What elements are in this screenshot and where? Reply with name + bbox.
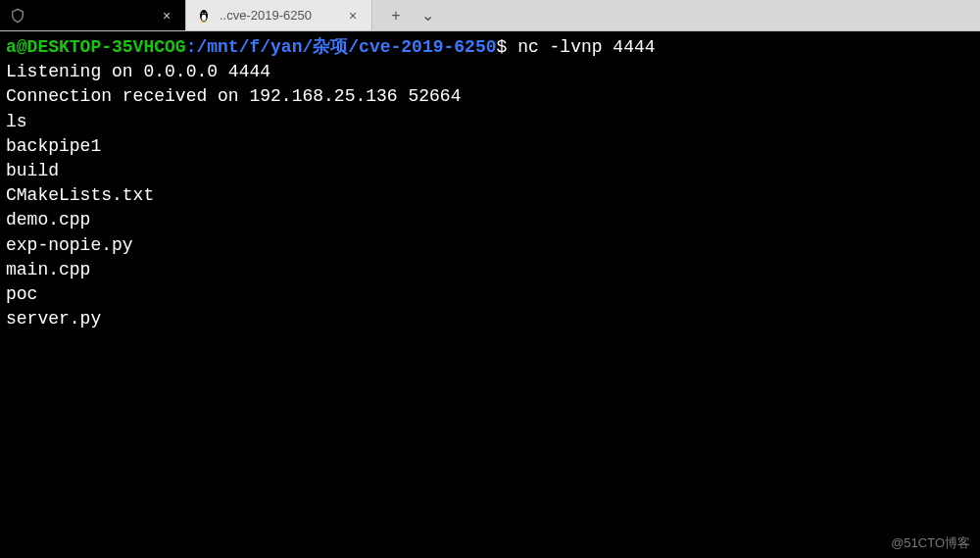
prompt-colon: : [186,37,197,57]
output-line: demo.cpp [6,210,90,229]
tab-bar: × ..cve-2019-6250 × + ⌄ [0,0,980,31]
output-line: server.py [6,309,101,329]
shield-icon [10,8,25,24]
output-line: exp-nopie.py [6,235,133,255]
tab-close-active-icon[interactable]: × [158,7,175,25]
command-text: nc -lvnp 4444 [517,37,655,57]
prompt-user: a@DESKTOP-35VHCOG [6,37,186,57]
prompt-path: /mnt/f/yan/杂项/cve-2019-6250 [196,37,496,57]
output-line: main.cpp [6,260,90,279]
output-line: CMakeLists.txt [6,185,154,205]
output-line: poc [6,284,37,304]
tab-title-inactive: ..cve-2019-6250 [220,8,336,23]
penguin-icon [196,8,212,24]
tab-actions: + ⌄ [372,0,451,30]
prompt-dollar: $ [497,37,508,57]
tab-close-inactive-icon[interactable]: × [344,7,362,25]
new-tab-button[interactable]: + [382,4,410,27]
output-line: ls [6,112,27,131]
output-line: Listening on 0.0.0.0 4444 [6,62,270,81]
tab-terminal-active[interactable]: × [0,0,186,30]
watermark-text: @51CTO博客 [891,534,970,552]
output-line: backpipe1 [6,136,101,156]
tab-dropdown-button[interactable]: ⌄ [414,4,441,27]
svg-point-3 [205,12,206,13]
svg-point-1 [202,14,207,21]
terminal-body[interactable]: a@DESKTOP-35VHCOG:/mnt/f/yan/杂项/cve-2019… [0,31,980,558]
tab-terminal-inactive[interactable]: ..cve-2019-6250 × [186,0,372,30]
svg-point-2 [202,12,203,13]
output-line: Connection received on 192.168.25.136 52… [6,86,461,106]
output-line: build [6,161,59,180]
